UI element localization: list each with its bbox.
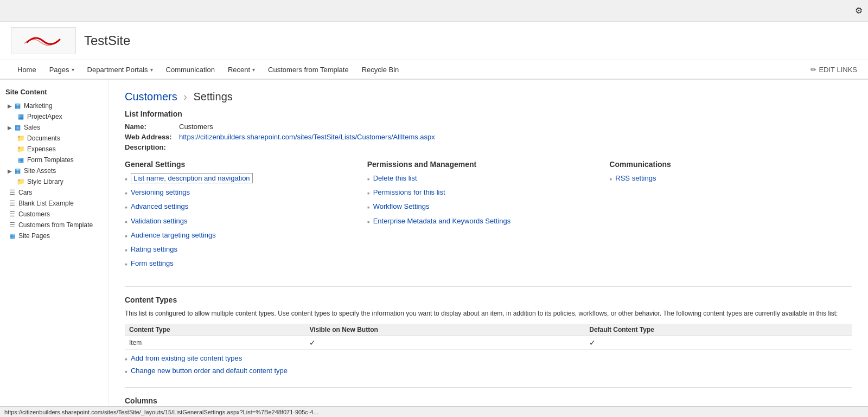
add-content-type-link[interactable]: Add from existing site content types — [131, 354, 242, 362]
edit-links-button[interactable]: ✏ EDIT LINKS — [810, 66, 857, 74]
ct-row-item: Item ✓ ✓ — [125, 336, 852, 350]
nav-bar: Home Pages ▾ Department Portals ▾ Commun… — [0, 60, 868, 80]
link-rating: ▪ Rating settings — [125, 245, 367, 255]
sidebar-item-sales[interactable]: ▶ ▦ Sales — [5, 122, 103, 133]
content-types-section: Content Types This list is configured to… — [125, 296, 852, 376]
ct-cell-visible: ✓ — [305, 336, 585, 350]
bullet: ▪ — [125, 245, 127, 255]
breadcrumb: Customers › Settings — [125, 91, 852, 103]
ct-col-header-visible: Visible on New Button — [305, 324, 585, 336]
sidebar-item-expenses[interactable]: 📁 Expenses — [5, 144, 103, 155]
sidebar-item-style-library[interactable]: 📁 Style Library — [5, 176, 103, 187]
content-types-table: Content Type Visible on New Button Defau… — [125, 324, 852, 350]
content-types-desc: This list is configured to allow multipl… — [125, 309, 852, 318]
bullet: ▪ — [367, 188, 370, 198]
nav-pages[interactable]: Pages ▾ — [43, 60, 81, 79]
enterprise-metadata-link[interactable]: Enterprise Metadata and Keywords Setting… — [373, 217, 511, 225]
list-icon: ▦ — [16, 156, 25, 164]
department-portals-dropdown-arrow: ▾ — [150, 67, 153, 73]
expand-arrow: ▶ — [8, 168, 12, 174]
permissions-col: Permissions and Management ▪ Delete this… — [367, 160, 610, 273]
list-name-link[interactable]: List name, description and navigation — [131, 174, 253, 182]
bullet: ▪ — [367, 217, 370, 227]
nav-communication[interactable]: Communication — [159, 60, 221, 79]
ct-cell-name: Item — [125, 336, 305, 350]
site-header: TestSite — [0, 22, 868, 60]
bullet: ▪ — [125, 231, 127, 241]
list-icon: ☰ — [8, 199, 16, 208]
web-address-value: https://citizenbuilders.sharepoint.com/s… — [179, 133, 435, 141]
rss-settings-link[interactable]: RSS settings — [615, 174, 656, 182]
ct-col-header-default: Default Content Type — [585, 324, 852, 336]
recent-dropdown-arrow: ▾ — [252, 67, 255, 73]
ct-actions: ▪ Add from existing site content types ▪… — [125, 354, 852, 376]
link-list-name: ▪ List name, description and navigation — [125, 174, 367, 184]
permissions-title: Permissions and Management — [367, 160, 610, 169]
top-bar-icon: ⚙ — [855, 5, 863, 16]
list-icon: ☰ — [8, 210, 16, 219]
bullet: ▪ — [125, 367, 127, 376]
bullet: ▪ — [125, 259, 127, 269]
logo-area — [11, 27, 76, 54]
sidebar-item-documents[interactable]: 📁 Documents — [5, 133, 103, 144]
bullet: ▪ — [367, 202, 370, 212]
name-row: Name: Customers — [125, 123, 852, 131]
content-types-title: Content Types — [125, 296, 852, 304]
web-address-link[interactable]: https://citizenbuilders.sharepoint.com/s… — [179, 133, 435, 141]
list-name-link-text: List name, description and navigation — [131, 173, 253, 183]
versioning-link[interactable]: Versioning settings — [131, 188, 190, 196]
pages-dropdown-arrow: ▾ — [72, 67, 74, 73]
logo-svg — [19, 31, 68, 50]
link-validation: ▪ Validation settings — [125, 217, 367, 227]
nav-department-portals[interactable]: Department Portals ▾ — [81, 60, 159, 79]
sidebar-item-customers[interactable]: ☰ Customers — [5, 209, 103, 220]
sidebar-title: Site Content — [5, 88, 103, 96]
link-advanced: ▪ Advanced settings — [125, 202, 367, 212]
sidebar-item-blank-list-example[interactable]: ☰ Blank List Example — [5, 198, 103, 209]
description-row: Description: — [125, 143, 852, 151]
sidebar-item-site-assets[interactable]: ▶ ▦ Site Assets — [5, 165, 103, 176]
folder-icon: 📁 — [16, 177, 25, 186]
top-bar: ⚙ — [0, 0, 868, 22]
main-layout: Site Content ▶ ▦ Marketing ▦ ProjectApex… — [0, 80, 868, 417]
validation-link[interactable]: Validation settings — [131, 217, 188, 225]
list-icon: ▦ — [8, 232, 16, 240]
bullet: ▪ — [125, 188, 127, 198]
audience-link[interactable]: Audience targeting settings — [131, 231, 216, 239]
bullet: ▪ — [125, 202, 127, 212]
nav-home[interactable]: Home — [11, 60, 43, 79]
link-enterprise-metadata: ▪ Enterprise Metadata and Keywords Setti… — [367, 217, 610, 227]
pencil-icon: ✏ — [810, 66, 816, 74]
bullet: ▪ — [609, 174, 612, 184]
bullet: ▪ — [125, 217, 127, 227]
nav-recent[interactable]: Recent ▾ — [221, 60, 261, 79]
sidebar-item-form-templates[interactable]: ▦ Form Templates — [5, 155, 103, 165]
bullet: ▪ — [367, 174, 370, 184]
workflow-settings-link[interactable]: Workflow Settings — [373, 202, 430, 210]
divider — [125, 286, 852, 287]
nav-customers-from-template[interactable]: Customers from Template — [261, 60, 355, 79]
status-url: https://citizenbuilders.sharepoint.com/s… — [4, 409, 318, 415]
link-add-content-type: ▪ Add from existing site content types — [125, 354, 852, 364]
site-title: TestSite — [84, 33, 130, 48]
sidebar-item-projectapex[interactable]: ▦ ProjectApex — [5, 111, 103, 122]
rating-link[interactable]: Rating settings — [131, 245, 177, 253]
list-icon: ▦ — [13, 101, 22, 110]
form-link[interactable]: Form settings — [131, 259, 174, 267]
sidebar-item-cars[interactable]: ☰ Cars — [5, 187, 103, 198]
sidebar-item-site-pages[interactable]: ▦ Site Pages — [5, 230, 103, 241]
delete-list-link[interactable]: Delete this list — [373, 174, 417, 182]
web-address-label: Web Address: — [125, 133, 179, 141]
folder-icon: 📁 — [16, 134, 25, 143]
sidebar-item-customers-from-template[interactable]: ☰ Customers from Template — [5, 220, 103, 230]
link-change-new-button: ▪ Change new button order and default co… — [125, 367, 852, 376]
permissions-for-list-link[interactable]: Permissions for this list — [373, 188, 445, 196]
web-address-row: Web Address: https://citizenbuilders.sha… — [125, 133, 852, 141]
change-new-button-link[interactable]: Change new button order and default cont… — [131, 367, 288, 375]
sidebar-item-marketing[interactable]: ▶ ▦ Marketing — [5, 100, 103, 111]
link-rss-settings: ▪ RSS settings — [609, 174, 852, 184]
divider-2 — [125, 387, 852, 388]
breadcrumb-parent[interactable]: Customers — [125, 91, 177, 102]
advanced-link[interactable]: Advanced settings — [131, 202, 188, 210]
nav-recycle-bin[interactable]: Recycle Bin — [355, 60, 406, 79]
